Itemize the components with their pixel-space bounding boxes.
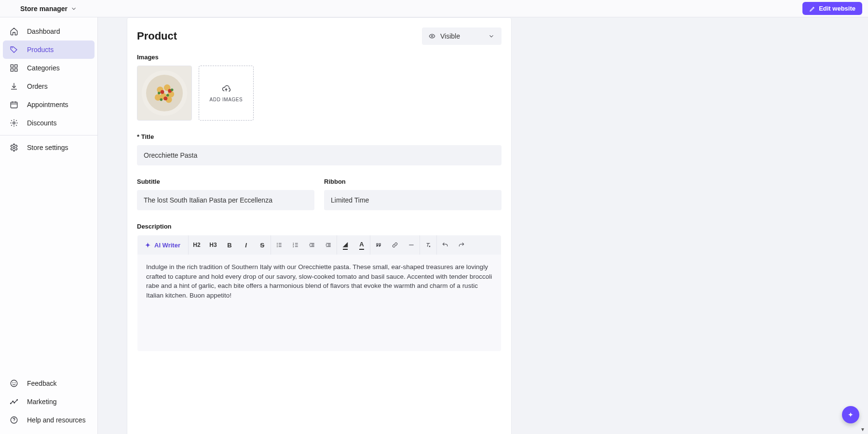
clear-format-button[interactable] — [420, 235, 436, 255]
visibility-dropdown[interactable]: Visible — [422, 27, 502, 45]
home-icon — [10, 27, 18, 36]
svg-point-10 — [15, 382, 15, 383]
svg-point-20 — [146, 75, 183, 111]
sidebar-item-label: Help and resources — [27, 416, 85, 424]
corner-caret-icon: ▼ — [860, 427, 865, 432]
topbar-title: Store manager — [20, 5, 68, 13]
sidebar-item-label: Feedback — [27, 380, 56, 387]
redo-button[interactable] — [453, 235, 470, 255]
gear-icon — [10, 119, 18, 127]
highlight-button[interactable]: ◢ — [337, 235, 353, 255]
subtitle-input[interactable] — [137, 190, 314, 210]
sidebar-item-label: Discounts — [27, 119, 56, 127]
svg-point-34 — [277, 243, 278, 244]
svg-text:3: 3 — [293, 246, 294, 248]
product-image-thumbnail[interactable] — [137, 66, 192, 121]
svg-point-17 — [431, 35, 433, 37]
sidebar-item-label: Appointments — [27, 101, 68, 108]
italic-button[interactable]: I — [238, 235, 254, 255]
chart-icon — [10, 397, 18, 406]
ai-writer-button[interactable]: ✦ AI Writer — [137, 242, 188, 249]
add-images-label: ADD IMAGES — [210, 97, 243, 102]
ribbon-input[interactable] — [324, 190, 502, 210]
edit-website-label: Edit website — [819, 5, 855, 12]
rich-text-editor: ✦ AI Writer H2 H3 B I S — [137, 235, 502, 352]
svg-point-7 — [13, 147, 15, 149]
sidebar-divider — [0, 135, 97, 136]
images-label: Images — [137, 54, 502, 61]
ordered-list-button[interactable]: 123 — [287, 235, 304, 255]
sidebar-item-orders[interactable]: Orders — [3, 77, 95, 95]
svg-rect-3 — [11, 69, 13, 71]
sidebar-item-label: Categories — [27, 64, 60, 72]
svg-point-16 — [14, 421, 14, 422]
svg-point-29 — [163, 96, 167, 100]
svg-point-6 — [13, 122, 15, 124]
strike-button[interactable]: S — [254, 235, 271, 255]
calendar-icon — [10, 100, 18, 109]
sidebar-item-categories[interactable]: Categories — [3, 59, 95, 77]
link-button[interactable] — [387, 235, 403, 255]
svg-point-31 — [166, 94, 169, 97]
product-card: Product Visible Images — [127, 17, 512, 434]
sidebar-item-dashboard[interactable]: Dashboard — [3, 22, 95, 41]
chevron-down-icon — [488, 33, 495, 40]
download-icon — [10, 82, 18, 91]
heading2-button[interactable]: H2 — [189, 235, 205, 255]
tag-icon — [10, 45, 18, 54]
sidebar-item-store-settings[interactable]: Store settings — [3, 138, 95, 157]
hr-button[interactable] — [403, 235, 420, 255]
pencil-icon — [809, 5, 816, 12]
bold-button[interactable]: B — [221, 235, 238, 255]
indent-right-button[interactable] — [320, 235, 337, 255]
sidebar-item-marketing[interactable]: Marketing — [3, 393, 95, 411]
svg-point-33 — [160, 98, 163, 101]
food-image — [137, 66, 191, 120]
subtitle-label: Subtitle — [137, 178, 314, 185]
svg-point-30 — [158, 92, 161, 95]
undo-button[interactable] — [437, 235, 453, 255]
bullet-list-button[interactable] — [271, 235, 287, 255]
edit-website-button[interactable]: Edit website — [802, 2, 862, 15]
quote-button[interactable] — [370, 235, 387, 255]
upload-cloud-icon — [222, 84, 231, 93]
help-icon — [10, 416, 18, 424]
chevron-down-icon — [70, 5, 77, 12]
sparkle-icon: ✦ — [145, 242, 150, 249]
editor-toolbar: ✦ AI Writer H2 H3 B I S — [137, 235, 501, 255]
sidebar-item-label: Dashboard — [27, 27, 60, 35]
sidebar-item-products[interactable]: Products — [3, 41, 95, 59]
store-manager-dropdown[interactable]: Store manager — [20, 5, 77, 13]
eye-icon — [429, 33, 435, 40]
sidebar-item-label: Marketing — [27, 398, 56, 406]
sidebar-item-discounts[interactable]: Discounts — [3, 114, 95, 132]
svg-rect-2 — [15, 65, 17, 67]
sidebar-item-help[interactable]: Help and resources — [3, 411, 95, 429]
grid-icon — [10, 64, 18, 72]
text-color-button[interactable]: A — [353, 235, 370, 255]
sidebar-item-feedback[interactable]: Feedback — [3, 374, 95, 393]
page-title: Product — [137, 30, 177, 42]
heading3-button[interactable]: H3 — [205, 235, 221, 255]
sidebar-item-label: Products — [27, 46, 54, 54]
svg-rect-5 — [11, 102, 17, 108]
visibility-label: Visible — [440, 32, 460, 40]
add-images-button[interactable]: ADD IMAGES — [199, 66, 254, 121]
svg-point-35 — [277, 244, 278, 245]
description-textarea[interactable]: Indulge in the rich tradition of Souther… — [137, 255, 501, 351]
fab-sparkle-button[interactable]: ✦ — [842, 406, 859, 423]
title-label: * Title — [137, 133, 502, 140]
sidebar-item-appointments[interactable]: Appointments — [3, 95, 95, 114]
ai-writer-label: AI Writer — [154, 242, 180, 249]
svg-point-27 — [161, 90, 164, 94]
sidebar-item-label: Orders — [27, 82, 48, 90]
svg-point-0 — [12, 47, 13, 48]
indent-left-button[interactable] — [304, 235, 320, 255]
svg-point-36 — [277, 246, 278, 247]
sidebar-item-label: Store settings — [27, 144, 68, 151]
svg-rect-4 — [15, 69, 17, 71]
svg-point-8 — [11, 380, 17, 387]
settings-icon — [10, 143, 18, 152]
title-input[interactable] — [137, 145, 502, 165]
description-label: Description — [137, 223, 502, 230]
